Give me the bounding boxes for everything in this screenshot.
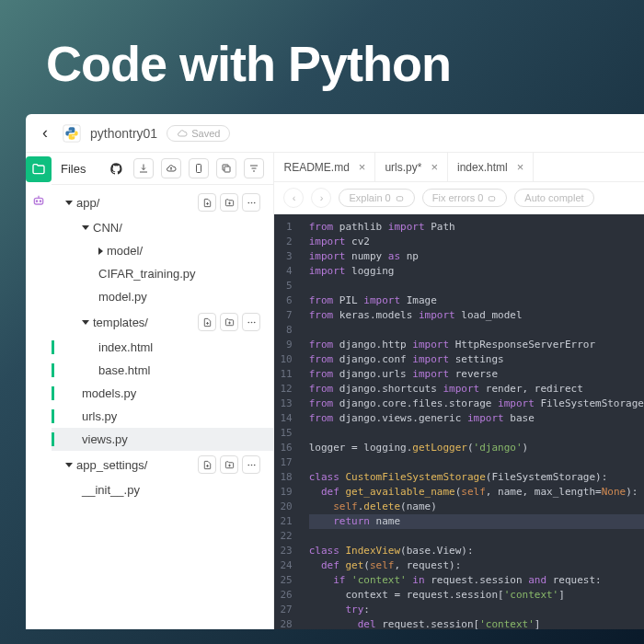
file-row[interactable]: models.py (52, 382, 273, 405)
row-tools (198, 193, 266, 212)
editor-tab[interactable]: urls.py*× (375, 153, 448, 181)
row-tools (198, 313, 266, 331)
code-source[interactable]: from pathlib import Pathimport cv2import… (300, 214, 644, 629)
item-name: urls.py (82, 409, 117, 423)
ai-tab-icon[interactable] (26, 188, 52, 213)
file-row[interactable]: views.py (52, 428, 273, 451)
line-numbers: 1234567891011121314151617181920212223242… (274, 214, 299, 629)
hero-title: Code with Python (0, 0, 644, 114)
more-icon[interactable] (242, 455, 260, 474)
folder-row[interactable]: CNN/ (52, 216, 273, 239)
back-button[interactable]: ‹ (37, 121, 53, 144)
chevron-down-icon[interactable] (82, 320, 89, 325)
cloud-icon (177, 128, 188, 139)
files-tab-icon[interactable] (26, 156, 52, 182)
folder-row[interactable]: model/ (52, 239, 273, 262)
tab-label: urls.py* (385, 161, 421, 174)
close-tab-icon[interactable]: × (359, 160, 366, 174)
new-folder-icon[interactable] (220, 193, 238, 212)
chevron-right-icon[interactable] (98, 247, 103, 255)
more-icon[interactable] (242, 193, 260, 212)
project-name: pythontry01 (90, 126, 157, 141)
download-icon[interactable] (133, 158, 154, 178)
item-name: app_settings/ (76, 458, 147, 472)
nav-back-button[interactable]: ‹ (283, 188, 304, 208)
row-tools (198, 455, 266, 474)
svg-point-6 (247, 201, 249, 203)
folder-row[interactable]: app_settings/ (52, 451, 273, 478)
autocomplete-button[interactable]: Auto complet (514, 189, 593, 207)
svg-point-9 (247, 321, 249, 323)
item-name: index.html (98, 340, 153, 354)
editor-tabs: README.md×urls.py*×index.html× (274, 153, 644, 182)
more-icon[interactable] (242, 313, 260, 331)
git-gutter (52, 455, 54, 474)
new-folder-icon[interactable] (220, 313, 238, 331)
file-row[interactable]: urls.py (52, 405, 273, 428)
svg-point-2 (36, 201, 37, 201)
item-name: CIFAR_training.py (98, 267, 196, 281)
ai-toolbar: ‹ › Explain 0 Fix errors 0 Auto complet (274, 182, 644, 214)
close-tab-icon[interactable]: × (517, 160, 524, 174)
item-name: templates/ (93, 316, 148, 329)
fix-errors-button[interactable]: Fix errors 0 (422, 189, 508, 207)
upload-cloud-icon[interactable] (161, 158, 181, 178)
git-gutter (52, 340, 54, 354)
svg-point-10 (251, 321, 253, 323)
svg-rect-4 (197, 165, 201, 173)
file-row[interactable]: index.html (52, 336, 273, 359)
github-icon[interactable] (106, 158, 126, 178)
file-row[interactable]: base.html (52, 359, 273, 382)
new-file-icon[interactable] (198, 193, 216, 212)
folder-row[interactable]: templates/ (52, 308, 273, 336)
file-panel-header: Files (52, 153, 273, 185)
item-name: __init__.py (82, 483, 140, 497)
new-folder-icon[interactable] (220, 455, 238, 474)
item-name: CNN/ (93, 221, 122, 235)
folder-row[interactable]: app/ (52, 189, 273, 216)
file-row[interactable]: model.py (52, 285, 273, 308)
copy-icon[interactable] (216, 158, 236, 178)
code-editor[interactable]: 1234567891011121314151617181920212223242… (274, 214, 644, 629)
svg-point-11 (254, 321, 256, 323)
editor-tab[interactable]: index.html× (448, 153, 534, 181)
git-gutter (52, 313, 54, 331)
svg-point-3 (40, 201, 40, 201)
svg-point-13 (251, 464, 253, 466)
filter-icon[interactable] (244, 158, 264, 178)
topbar: ‹ pythontry01 Saved (26, 114, 644, 153)
item-name: base.html (98, 363, 150, 377)
main: Files app/CNN/model/CIFAR_training.pymod… (26, 153, 644, 629)
chevron-down-icon[interactable] (82, 225, 89, 230)
svg-rect-5 (224, 167, 230, 172)
editor-tab[interactable]: README.md× (274, 153, 375, 181)
phone-icon[interactable] (189, 158, 209, 178)
svg-point-8 (254, 201, 256, 203)
close-tab-icon[interactable]: × (431, 160, 438, 174)
git-gutter (52, 432, 54, 446)
nav-fwd-button[interactable]: › (311, 188, 331, 208)
git-gutter (52, 290, 54, 304)
chevron-down-icon[interactable] (65, 201, 73, 205)
item-name: views.py (82, 432, 128, 446)
explain-button[interactable]: Explain 0 (339, 189, 414, 207)
file-tree: app/CNN/model/CIFAR_training.pymodel.pyt… (52, 185, 273, 629)
svg-rect-15 (397, 196, 402, 201)
file-row[interactable]: __init__.py (52, 478, 273, 501)
item-name: model/ (107, 244, 143, 258)
git-gutter (52, 386, 54, 400)
svg-point-7 (251, 201, 253, 203)
new-file-icon[interactable] (198, 313, 216, 331)
git-gutter (52, 267, 54, 281)
chevron-down-icon[interactable] (65, 463, 73, 467)
git-gutter (52, 244, 54, 258)
git-gutter (52, 483, 54, 497)
file-row[interactable]: CIFAR_training.py (52, 262, 273, 285)
tab-label: README.md (283, 161, 349, 174)
python-icon (63, 124, 81, 143)
tab-label: index.html (457, 161, 508, 174)
editor-panel: README.md×urls.py*×index.html× ‹ › Expla… (274, 153, 644, 629)
git-gutter (52, 193, 54, 212)
svg-point-14 (254, 464, 256, 466)
new-file-icon[interactable] (198, 455, 216, 474)
